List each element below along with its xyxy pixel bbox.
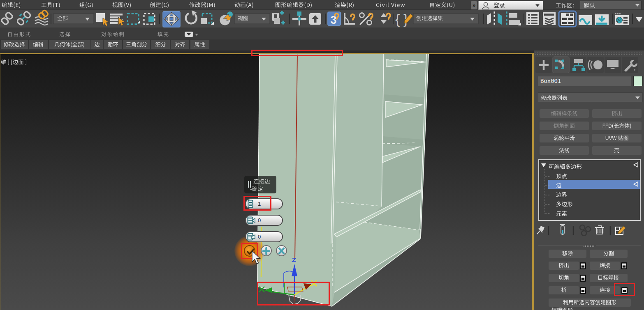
svg-text:3: 3 bbox=[330, 14, 336, 26]
svg-text:{: { bbox=[395, 11, 400, 27]
